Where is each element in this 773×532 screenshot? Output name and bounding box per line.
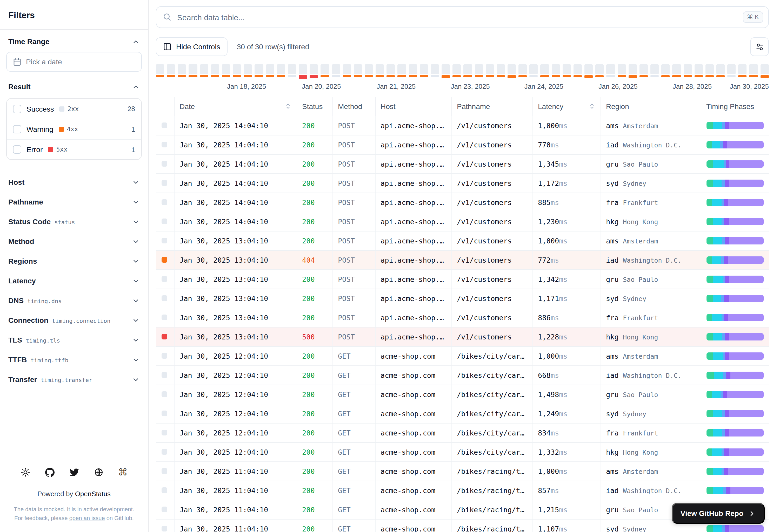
- histogram-bar[interactable]: [760, 64, 769, 78]
- histogram-bar[interactable]: [244, 64, 252, 77]
- table-row[interactable]: Jan 30, 2025 13:04:10 200 POST api.acme-…: [156, 269, 769, 289]
- column-header-latency[interactable]: Latency: [532, 97, 601, 116]
- histogram-bar[interactable]: [277, 64, 285, 77]
- histogram-bar[interactable]: [749, 64, 758, 77]
- row-select-checkbox[interactable]: [161, 276, 167, 282]
- histogram-bar[interactable]: [640, 64, 648, 77]
- histogram-bar[interactable]: [398, 64, 406, 77]
- histogram-bar[interactable]: [222, 64, 230, 77]
- table-row[interactable]: Jan 30, 2025 12:04:10 200 GET acme-shop.…: [156, 385, 769, 404]
- histogram-bar[interactable]: [167, 64, 175, 77]
- table-row[interactable]: Jan 30, 2025 12:04:10 200 GET acme-shop.…: [156, 442, 769, 461]
- view-github-repo-button[interactable]: View GitHub Repo: [672, 503, 765, 524]
- histogram-bar[interactable]: [540, 64, 549, 77]
- table-row[interactable]: Jan 30, 2025 13:04:10 200 POST api.acme-…: [156, 231, 769, 250]
- sort-icon[interactable]: [588, 103, 595, 110]
- column-header-method[interactable]: Method: [333, 97, 375, 116]
- row-select-checkbox[interactable]: [161, 180, 167, 186]
- histogram-bar[interactable]: [497, 64, 505, 77]
- result-option-error[interactable]: Error 5xx 1: [7, 139, 141, 159]
- theme-toggle-sun-icon[interactable]: [20, 468, 30, 478]
- histogram-bar[interactable]: [464, 64, 472, 77]
- table-row[interactable]: Jan 30, 2025 13:04:10 200 POST api.acme-…: [156, 308, 769, 327]
- histogram-bar[interactable]: [321, 64, 329, 77]
- result-option-success[interactable]: Success 2xx 28: [7, 99, 141, 119]
- histogram-bar[interactable]: [189, 64, 197, 77]
- filter-section-ttfb[interactable]: TTFBtiming.ttfb: [0, 350, 148, 370]
- histogram-bar[interactable]: [178, 64, 186, 77]
- filter-section-latency[interactable]: Latency: [0, 271, 148, 291]
- histogram-bar[interactable]: [618, 64, 626, 77]
- histogram-bar[interactable]: [673, 64, 681, 77]
- twitter-icon[interactable]: [69, 468, 79, 478]
- table-row[interactable]: Jan 30, 2025 12:04:10 200 GET acme-shop.…: [156, 404, 769, 423]
- histogram-bar[interactable]: [585, 64, 593, 78]
- row-select-checkbox[interactable]: [161, 468, 167, 474]
- filter-section-method[interactable]: Method: [0, 231, 148, 251]
- histogram-bar[interactable]: [376, 64, 384, 77]
- row-select-checkbox[interactable]: [161, 142, 167, 147]
- row-select-checkbox[interactable]: [161, 315, 167, 320]
- column-header-date[interactable]: Date: [174, 97, 297, 116]
- histogram-bar[interactable]: [387, 64, 395, 77]
- row-select-checkbox[interactable]: [161, 257, 167, 263]
- checkbox[interactable]: [13, 125, 21, 133]
- hide-controls-button[interactable]: Hide Controls: [156, 37, 228, 56]
- histogram-bar[interactable]: [409, 64, 417, 77]
- histogram-bar[interactable]: [200, 64, 208, 77]
- filter-section-host[interactable]: Host: [0, 172, 148, 192]
- filter-section-tls[interactable]: TLStiming.tls: [0, 330, 148, 350]
- histogram-bar[interactable]: [299, 64, 307, 79]
- filter-section-regions[interactable]: Regions: [0, 251, 148, 271]
- table-row[interactable]: Jan 30, 2025 13:04:10 404 POST api.acme-…: [156, 250, 769, 269]
- view-options-button[interactable]: [750, 37, 769, 56]
- time-range-section-header[interactable]: Time Range: [0, 30, 148, 51]
- column-header-region[interactable]: Region: [601, 97, 701, 116]
- filter-section-connection[interactable]: Connectiontiming.connection: [0, 310, 148, 330]
- row-select-checkbox[interactable]: [161, 238, 167, 243]
- row-select-checkbox[interactable]: [161, 391, 167, 397]
- histogram-bar[interactable]: [365, 64, 373, 77]
- column-header-timing[interactable]: Timing Phases: [701, 97, 769, 116]
- row-select-checkbox[interactable]: [161, 487, 167, 493]
- histogram-bar[interactable]: [607, 64, 615, 77]
- histogram-bar[interactable]: [651, 64, 659, 77]
- date-picker[interactable]: Pick a date: [6, 52, 142, 72]
- histogram-bar[interactable]: [452, 64, 461, 77]
- column-header-pathname[interactable]: Pathname: [451, 97, 532, 116]
- table-row[interactable]: Jan 30, 2025 14:04:10 200 POST api.acme-…: [156, 193, 769, 212]
- table-row[interactable]: Jan 30, 2025 13:04:10 500 POST api.acme-…: [156, 327, 769, 346]
- histogram-bar[interactable]: [518, 64, 527, 77]
- filter-section-pathname[interactable]: Pathname: [0, 192, 148, 212]
- row-select-checkbox[interactable]: [161, 526, 167, 531]
- globe-icon[interactable]: [93, 468, 103, 478]
- histogram-bar[interactable]: [706, 64, 714, 77]
- histogram-bar[interactable]: [573, 64, 582, 77]
- histogram-bar[interactable]: [628, 64, 637, 78]
- filter-section-transfer[interactable]: Transfertiming.transfer: [0, 370, 148, 389]
- histogram-bar[interactable]: [431, 64, 439, 77]
- histogram-bar[interactable]: [343, 64, 351, 77]
- table-row[interactable]: Jan 30, 2025 12:04:10 200 GET acme-shop.…: [156, 423, 769, 442]
- row-select-checkbox[interactable]: [161, 122, 167, 128]
- table-row[interactable]: Jan 30, 2025 14:04:10 200 POST api.acme-…: [156, 173, 769, 193]
- histogram-bar[interactable]: [562, 64, 571, 77]
- histogram-bar[interactable]: [551, 64, 560, 77]
- table-row[interactable]: Jan 30, 2025 12:04:10 200 GET acme-shop.…: [156, 346, 769, 365]
- filter-section-dns[interactable]: DNStiming.dns: [0, 291, 148, 310]
- row-select-checkbox[interactable]: [161, 507, 167, 512]
- table-row[interactable]: Jan 30, 2025 11:04:10 200 GET acme-shop.…: [156, 481, 769, 500]
- histogram-bar[interactable]: [683, 64, 692, 77]
- checkbox[interactable]: [13, 105, 21, 113]
- row-select-checkbox[interactable]: [161, 334, 167, 339]
- histogram-bar[interactable]: [233, 64, 241, 77]
- histogram-bar[interactable]: [474, 64, 483, 77]
- row-select-checkbox[interactable]: [161, 430, 167, 435]
- histogram-bar[interactable]: [420, 64, 428, 77]
- histogram-bar[interactable]: [738, 64, 747, 77]
- histogram-bar[interactable]: [529, 64, 538, 77]
- sort-icon[interactable]: [285, 103, 291, 110]
- row-select-checkbox[interactable]: [161, 161, 167, 167]
- github-icon[interactable]: [45, 468, 54, 478]
- histogram-bar[interactable]: [596, 64, 604, 77]
